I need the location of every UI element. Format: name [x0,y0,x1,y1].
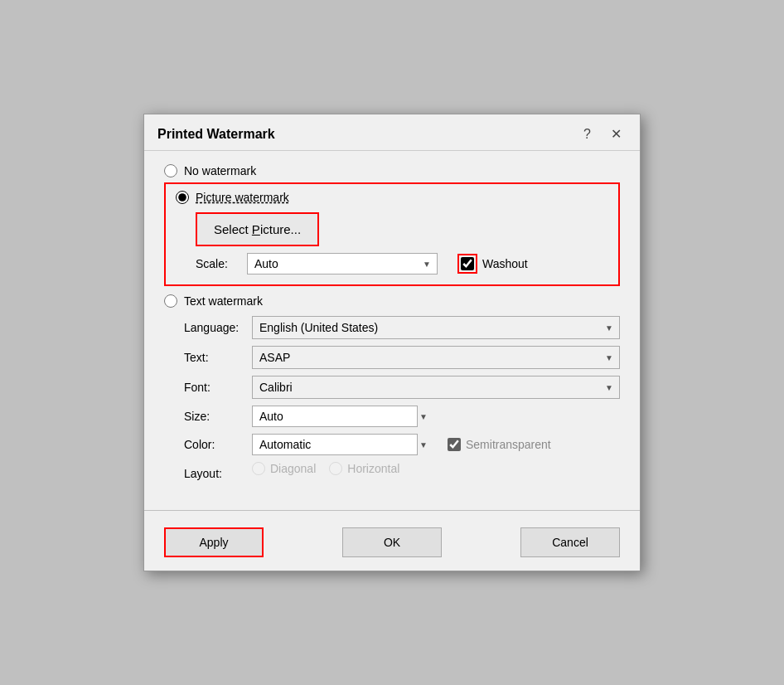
scale-row: Scale: Auto 50% 100% 150% 200% [196,253,608,274]
language-select[interactable]: English (United States) [252,316,620,339]
size-select-wrapper: Auto 10 20 40 [252,406,434,427]
button-row: Apply OK Cancel [144,519,640,571]
language-row: Language: English (United States) [184,316,620,339]
no-watermark-label[interactable]: No watermark [184,164,256,177]
help-button[interactable]: ? [578,125,596,143]
scale-label: Scale: [196,257,237,270]
layout-options: Diagonal Horizontal [252,462,399,475]
diagonal-option: Diagonal [252,462,316,475]
no-watermark-row: No watermark [164,164,620,177]
diagonal-radio[interactable] [252,462,265,475]
text-watermark-section: Text watermark Language: English (United… [164,294,620,485]
dialog-content: No watermark Picture watermark Select Pi… [144,151,640,502]
picture-watermark-header: Picture watermark [176,191,608,204]
semitransparent-group: Semitransparent [448,438,551,451]
close-button[interactable]: ✕ [606,124,627,143]
scale-select-wrapper: Auto 50% 100% 150% 200% [247,253,438,274]
color-row: Color: Automatic Black White Red Blue Se… [184,434,620,455]
font-select-wrapper: Calibri Arial Times New Roman [252,376,620,399]
picture-watermark-label: Picture watermark [196,191,289,204]
layout-label: Layout: [184,467,242,480]
ok-button[interactable]: OK [342,527,442,557]
text-watermark-label[interactable]: Text watermark [184,294,263,308]
washout-checkbox-wrapper [457,254,477,274]
horizontal-label[interactable]: Horizontal [347,462,399,475]
printed-watermark-dialog: Printed Watermark ? ✕ No watermark Pictu… [143,114,641,571]
size-label: Size: [184,410,242,423]
text-controls: Language: English (United States) Text: … [184,316,620,485]
layout-row: Layout: Diagonal Horizontal [184,462,620,485]
horizontal-radio[interactable] [329,462,342,475]
dialog-title: Printed Watermark [157,127,275,142]
no-watermark-radio[interactable] [164,164,177,177]
semitransparent-checkbox[interactable] [448,438,461,451]
color-select[interactable]: Automatic Black White Red Blue [252,434,418,455]
text-watermark-header: Text watermark [164,294,620,308]
language-label: Language: [184,321,242,334]
text-row: Text: ASAP CONFIDENTIAL DO NOT COPY DRAF… [184,346,620,369]
picture-controls: Select Picture... Scale: Auto 50% 100% 1… [196,212,608,274]
language-select-wrapper: English (United States) [252,316,620,339]
text-select-wrapper: ASAP CONFIDENTIAL DO NOT COPY DRAFT SAMP… [252,346,620,369]
color-label: Color: [184,438,242,451]
color-select-wrapper: Automatic Black White Red Blue [252,434,434,455]
font-row: Font: Calibri Arial Times New Roman [184,376,620,399]
horizontal-option: Horizontal [329,462,399,475]
picture-watermark-section: Picture watermark Select Picture... Scal… [164,182,620,286]
text-label: Text: [184,351,242,364]
diagonal-label[interactable]: Diagonal [270,462,316,475]
cancel-button[interactable]: Cancel [520,527,620,557]
size-select[interactable]: Auto 10 20 40 [252,406,418,427]
title-bar: Printed Watermark ? ✕ [144,114,640,151]
picture-watermark-radio[interactable] [176,191,189,204]
apply-button[interactable]: Apply [164,527,264,557]
select-picture-button[interactable]: Select Picture... [196,212,319,246]
scale-select[interactable]: Auto 50% 100% 150% 200% [247,253,438,274]
washout-checkbox[interactable] [461,257,474,270]
text-watermark-radio[interactable] [164,294,177,308]
font-select[interactable]: Calibri Arial Times New Roman [252,376,620,399]
text-select[interactable]: ASAP CONFIDENTIAL DO NOT COPY DRAFT SAMP… [252,346,620,369]
semitransparent-label[interactable]: Semitransparent [466,438,551,451]
font-label: Font: [184,381,242,394]
washout-label[interactable]: Washout [482,257,528,270]
divider [144,510,640,511]
title-bar-actions: ? ✕ [578,124,627,143]
size-row: Size: Auto 10 20 40 [184,406,620,427]
washout-group: Washout [457,254,528,274]
